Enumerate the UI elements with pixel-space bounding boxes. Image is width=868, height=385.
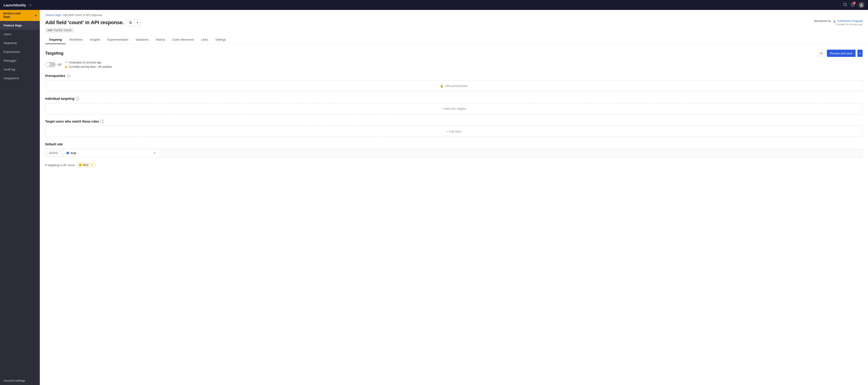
sidebar-item-label: Debugger <box>4 59 17 62</box>
status-serving: ◆ Currently serving false - off variatio… <box>65 65 112 69</box>
sidebar-item-label: Experiments <box>4 50 20 54</box>
target-rules-title-text: Target users who match these rules <box>45 119 99 123</box>
main-layout: INFRACLOUD Test ▾ Feature flags Users Se… <box>0 10 868 385</box>
targeting-section-title: Targeting Review and save ▾ <box>45 50 863 57</box>
serve-value-inner: true <box>67 151 76 155</box>
org-chevron-icon: ▾ <box>35 14 37 18</box>
tab-label: Links <box>201 38 208 41</box>
review-save-caret[interactable]: ▾ <box>857 50 863 57</box>
maintained-by-row: Maintained by Sudhanshu Prajapati <box>814 20 863 23</box>
flag-maintained-info: Maintained by Sudhanshu Prajapati Create… <box>814 20 863 26</box>
sidebar-item-users[interactable]: Users <box>0 30 40 39</box>
sidebar-org-selector[interactable]: INFRACLOUD Test ▾ <box>0 10 40 21</box>
review-save-button[interactable]: Review and save <box>827 50 856 57</box>
targeting-off-row: If targeting is off, serve false ✕ <box>45 163 863 167</box>
evaluated-text: Evaluated 15 seconds ago <box>69 61 101 64</box>
help-notification[interactable]: 1 <box>851 2 855 8</box>
serving-icon: ◆ <box>65 65 67 69</box>
prerequisites-title: Prerequisites i <box>45 74 863 78</box>
serving-text: Currently serving false - off variation <box>69 65 112 68</box>
sidebar-item-label: Feature flags <box>4 24 22 27</box>
tab-history[interactable]: History <box>152 36 168 44</box>
tab-label: Targeting <box>49 38 62 41</box>
main-content: Feature flags / Add field 'count' in API… <box>40 10 868 385</box>
add-prerequisites-box[interactable]: 🔒 Add prerequisites <box>45 80 863 92</box>
tab-settings[interactable]: Settings <box>212 36 230 44</box>
sidebar-item-label: Audit log <box>4 68 15 71</box>
tab-workflows[interactable]: Workflows <box>66 36 86 44</box>
individual-targeting-title-text: Individual targeting <box>45 97 74 100</box>
logo-arrow: → <box>28 3 32 7</box>
sidebar-item-debugger[interactable]: Debugger <box>0 56 40 65</box>
serve-row: SERVE true ▾ <box>45 149 862 157</box>
app-logo[interactable]: LaunchDarkly → <box>4 3 32 7</box>
sidebar-item-feature-flags[interactable]: Feature flags <box>0 21 40 30</box>
svg-point-2 <box>861 4 862 5</box>
org-project: Test <box>3 15 21 19</box>
add-rules-box[interactable]: + Add rules <box>45 126 863 137</box>
targeting-title-text: Targeting <box>45 51 64 56</box>
tab-variations[interactable]: Variations <box>132 36 152 44</box>
default-rule-title: Default rule <box>45 142 863 146</box>
targeting-toggle[interactable] <box>45 62 56 67</box>
sidebar-item-label: Account settings <box>4 379 25 382</box>
tab-links[interactable]: Links <box>197 36 212 44</box>
logo-text: LaunchDarkly <box>4 3 26 7</box>
toggle-state-label: Off <box>57 63 61 66</box>
sidebar-item-label: Segments <box>4 41 17 45</box>
tab-label: Variations <box>136 38 149 41</box>
flag-compare-button[interactable]: ⇅ <box>127 19 134 26</box>
evaluated-icon <box>65 61 68 64</box>
target-rules-section: Target users who match these rules i + A… <box>45 119 863 137</box>
refresh-button[interactable] <box>818 50 825 57</box>
flag-title-left: Add field 'count' in API response. ⇅ ▾ <box>45 19 140 26</box>
flag-actions: ⇅ ▾ <box>127 19 140 26</box>
tab-label: Code references <box>172 38 194 41</box>
target-rules-info-icon[interactable]: i <box>100 119 104 123</box>
add-user-targets-box[interactable]: + Add user targets <box>45 103 863 114</box>
tabs-row: Targeting Workflows Insights Experimenta… <box>45 36 863 44</box>
add-user-targets-label: + Add user targets <box>442 107 466 110</box>
sidebar-item-experiments[interactable]: Experiments <box>0 47 40 56</box>
status-evaluated: Evaluated 15 seconds ago <box>65 61 112 64</box>
add-rules-label: + Add rules <box>446 130 461 133</box>
individual-targeting-info-icon[interactable]: i <box>76 97 79 100</box>
toggle-container: Off <box>45 62 61 67</box>
flag-compare-caret[interactable]: ▾ <box>135 19 140 26</box>
page-header: Feature flags / Add field 'count' in API… <box>40 10 868 44</box>
false-badge-remove[interactable]: ✕ <box>91 164 93 167</box>
search-icon[interactable] <box>843 2 847 8</box>
tab-insights[interactable]: Insights <box>86 36 104 44</box>
false-badge: false ✕ <box>77 163 95 167</box>
tab-targeting[interactable]: Targeting <box>45 36 66 44</box>
sidebar-item-account-settings[interactable]: Account settings <box>0 376 40 385</box>
svg-point-3 <box>834 20 835 21</box>
toggle-slider <box>45 62 56 67</box>
tab-label: Workflows <box>69 38 83 41</box>
serve-label: SERVE <box>45 149 64 157</box>
nav-icons: 1 <box>843 2 864 8</box>
breadcrumb-link[interactable]: Feature flags <box>45 13 61 17</box>
serve-value: true <box>71 151 76 155</box>
tab-experimentation[interactable]: Experimentation <box>104 36 132 44</box>
targeting-off-prefix: If targeting is off, serve <box>45 163 75 167</box>
sidebar-item-audit-log[interactable]: Audit log <box>0 65 40 74</box>
user-avatar[interactable] <box>859 2 864 8</box>
serve-select[interactable]: true ▾ <box>64 149 158 157</box>
status-info: Evaluated 15 seconds ago ◆ Currently ser… <box>65 61 112 69</box>
prerequisites-title-text: Prerequisites <box>45 74 65 78</box>
sidebar-item-segments[interactable]: Segments <box>0 39 40 47</box>
created-label: Created 34 minutes ago <box>814 23 863 26</box>
individual-targeting-section: Individual targeting i + Add user target… <box>45 97 863 114</box>
sidebar-item-label: Users <box>4 33 11 36</box>
false-diamond-icon <box>79 163 82 167</box>
prerequisites-info-icon[interactable]: i <box>67 74 70 78</box>
targeting-content: Targeting Review and save ▾ Off <box>40 44 868 385</box>
maintained-by-user[interactable]: Sudhanshu Prajapati <box>837 20 863 23</box>
sidebar-item-integrations[interactable]: Integrations <box>0 74 40 82</box>
tab-label: Insights <box>90 38 100 41</box>
default-rule-box: SERVE true ▾ <box>45 149 863 157</box>
target-rules-title: Target users who match these rules i <box>45 119 863 123</box>
breadcrumb: Feature flags / Add field 'count' in API… <box>45 13 863 17</box>
tab-code-references[interactable]: Code references <box>168 36 197 44</box>
